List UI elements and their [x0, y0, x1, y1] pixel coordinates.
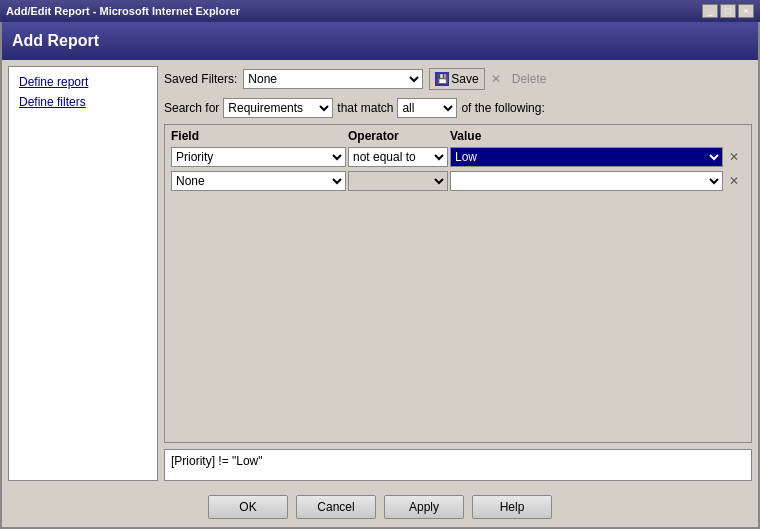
title-bar: Add/Edit Report - Microsoft Internet Exp…: [0, 0, 760, 22]
preview-box: [Priority] != "Low": [164, 449, 752, 481]
sidebar: Define report Define filters: [8, 66, 158, 481]
col-value: Value: [450, 129, 723, 143]
saved-filters-label: Saved Filters:: [164, 72, 237, 86]
search-for-select[interactable]: Requirements: [223, 98, 333, 118]
cancel-button[interactable]: Cancel: [296, 495, 376, 519]
title-bar-text: Add/Edit Report - Microsoft Internet Exp…: [6, 5, 240, 17]
save-label: Save: [451, 72, 478, 86]
sidebar-item-define-filters[interactable]: Define filters: [15, 93, 151, 111]
field-select-2[interactable]: None Priority: [171, 171, 346, 191]
maximize-button[interactable]: □: [720, 4, 736, 18]
sidebar-item-define-report[interactable]: Define report: [15, 73, 151, 91]
filter-row: Priority None not equal to equal to cont…: [165, 145, 751, 169]
apply-button[interactable]: Apply: [384, 495, 464, 519]
ok-button[interactable]: OK: [208, 495, 288, 519]
saved-filters-select[interactable]: None: [243, 69, 423, 89]
operator-select-1[interactable]: not equal to equal to contains: [348, 147, 448, 167]
remove-icon-2: ✕: [729, 174, 739, 188]
search-row: Search for Requirements that match all a…: [164, 98, 752, 118]
that-match-label: that match: [337, 101, 393, 115]
of-following-label: of the following:: [461, 101, 544, 115]
help-button[interactable]: Help: [472, 495, 552, 519]
main-panel: Saved Filters: None 💾 Save ✕ Delete Sear…: [164, 66, 752, 481]
remove-row-1-button[interactable]: ✕: [725, 148, 743, 166]
main-window: Add Report Define report Define filters …: [0, 22, 760, 529]
search-for-label: Search for: [164, 101, 219, 115]
filter-row-2: None Priority ✕: [165, 169, 751, 193]
delete-x-icon: ✕: [491, 72, 501, 86]
delete-label: Delete: [512, 72, 547, 86]
operator-select-2[interactable]: [348, 171, 448, 191]
field-select-1[interactable]: Priority None: [171, 147, 346, 167]
window-header: Add Report: [2, 22, 758, 60]
button-bar: OK Cancel Apply Help: [2, 487, 758, 527]
filter-table-header: Field Operator Value: [165, 125, 751, 145]
value-select-2[interactable]: [450, 171, 723, 191]
title-bar-buttons: _ □ ×: [702, 4, 754, 18]
page-title: Add Report: [12, 32, 99, 50]
remove-icon-1: ✕: [729, 150, 739, 164]
close-button[interactable]: ×: [738, 4, 754, 18]
delete-button[interactable]: Delete: [507, 68, 552, 90]
save-icon: 💾: [435, 72, 449, 86]
remove-row-2-button[interactable]: ✕: [725, 172, 743, 190]
that-match-select[interactable]: all any: [397, 98, 457, 118]
value-select-1[interactable]: Low High Medium: [450, 147, 723, 167]
filter-area: Field Operator Value Priority None not e…: [164, 124, 752, 443]
col-field: Field: [171, 129, 346, 143]
col-operator: Operator: [348, 129, 448, 143]
toolbar-row: Saved Filters: None 💾 Save ✕ Delete: [164, 66, 752, 92]
content-area: Define report Define filters Saved Filte…: [2, 60, 758, 487]
preview-text: [Priority] != "Low": [171, 454, 263, 468]
minimize-button[interactable]: _: [702, 4, 718, 18]
save-button[interactable]: 💾 Save: [429, 68, 484, 90]
